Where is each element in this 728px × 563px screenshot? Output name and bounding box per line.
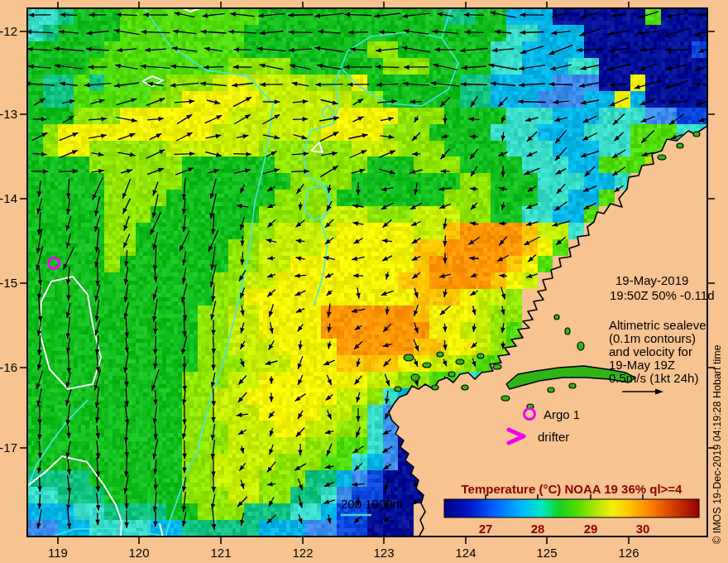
velocity-arrowhead-icon <box>501 118 505 123</box>
velocity-arrowhead-icon <box>288 13 294 18</box>
velocity-arrowhead-icon <box>211 365 216 371</box>
velocity-arrowhead-icon <box>37 294 42 300</box>
velocity-arrowhead-icon <box>212 524 217 530</box>
velocity-arrowhead-icon <box>182 454 187 460</box>
velocity-arrowhead-icon <box>290 64 295 69</box>
velocity-arrowhead-icon <box>182 259 187 265</box>
velocity-arrowhead-icon <box>376 65 381 70</box>
velocity-arrowhead-icon <box>381 186 387 191</box>
velocity-arrowhead-icon <box>352 204 358 209</box>
velocity-arrowhead-icon <box>500 136 505 142</box>
velocity-arrowhead-icon <box>189 99 195 104</box>
velocity-arrowhead-icon <box>275 99 280 104</box>
velocity-arrowhead-icon <box>345 12 351 17</box>
velocity-arrowhead-icon <box>36 248 41 253</box>
velocity-arrowhead-icon <box>240 484 244 489</box>
velocity-arrowhead-icon <box>433 64 439 69</box>
depth-legend-label: 200 1000m <box>341 497 403 511</box>
islet <box>658 155 666 160</box>
velocity-arrowhead-icon <box>609 31 615 36</box>
velocity-arrowhead-icon <box>414 361 418 367</box>
velocity-arrowhead-icon <box>465 30 471 35</box>
velocity-arrowhead-icon <box>443 326 448 332</box>
velocity-arrowhead-icon <box>344 65 350 70</box>
velocity-arrowhead-icon <box>101 134 107 139</box>
velocity-arrowhead-icon <box>577 48 582 53</box>
velocity-arrowhead-icon <box>66 433 71 439</box>
velocity-arrowhead-icon <box>28 65 34 70</box>
velocity-arrowhead-icon <box>211 472 216 478</box>
lat-tick-label: -15 <box>0 276 17 290</box>
velocity-arrowhead-icon <box>389 135 395 140</box>
velocity-arrowhead-icon <box>490 11 496 15</box>
velocity-arrowhead-icon <box>289 48 295 53</box>
velocity-arrowhead-icon <box>41 152 47 156</box>
velocity-arrowhead-icon <box>519 83 524 88</box>
velocity-arrowhead-icon <box>640 48 646 53</box>
velocity-arrowhead-icon <box>297 188 302 194</box>
velocity-arrowhead-icon <box>468 240 474 245</box>
velocity-arrowhead-icon <box>471 101 476 107</box>
lat-tick-label: -14 <box>0 191 17 205</box>
velocity-arrowhead-icon <box>500 310 505 315</box>
velocity-arrowhead-icon <box>665 84 671 89</box>
velocity-arrowhead-icon <box>383 464 389 469</box>
islet <box>577 342 584 350</box>
velocity-arrowhead-icon <box>579 84 585 89</box>
velocity-arrowhead-icon <box>94 262 99 267</box>
velocity-arrowhead-icon <box>98 169 104 174</box>
islet <box>548 387 554 392</box>
velocity-arrowhead-icon <box>352 309 357 314</box>
velocity-arrowhead-icon <box>158 168 164 172</box>
velocity-arrowhead-icon <box>213 169 219 173</box>
velocity-arrowhead-icon <box>612 171 618 176</box>
velocity-arrowhead-icon <box>267 256 273 261</box>
velocity-arrowhead-icon <box>353 221 359 226</box>
velocity-arrowhead-icon <box>298 205 303 210</box>
velocity-arrowhead-icon <box>356 397 360 402</box>
info-line-2: (0.1m contours) <box>609 331 696 345</box>
velocity-arrowhead-icon <box>182 386 187 392</box>
velocity-arrowhead-icon <box>55 64 60 69</box>
velocity-arrowhead-icon <box>94 385 98 391</box>
velocity-arrowhead-icon <box>327 518 332 524</box>
velocity-arrowhead-icon <box>303 152 309 156</box>
velocity-arrowhead-icon <box>186 114 192 119</box>
velocity-arrowhead-icon <box>170 65 176 70</box>
velocity-arrowhead-icon <box>295 256 301 261</box>
velocity-arrowhead-icon <box>37 503 42 509</box>
islet <box>569 383 576 388</box>
velocity-arrowhead-icon <box>124 382 129 387</box>
velocity-arrowhead-icon <box>94 330 98 335</box>
velocity-arrowhead-icon <box>89 65 94 70</box>
velocity-arrowhead-icon <box>499 221 505 226</box>
velocity-arrowhead-icon <box>153 294 157 300</box>
velocity-arrowhead-icon <box>642 152 648 156</box>
velocity-arrowhead-icon <box>519 66 524 71</box>
velocity-arrowhead-icon <box>637 31 643 36</box>
islet <box>501 396 510 401</box>
velocity-arrowhead-icon <box>211 401 216 407</box>
velocity-arrowhead-icon <box>124 522 129 528</box>
velocity-arrowhead-icon <box>414 345 419 351</box>
velocity-arrowhead-icon <box>347 82 353 87</box>
velocity-arrowhead-icon <box>260 82 266 87</box>
islet <box>432 385 438 390</box>
velocity-arrowhead-icon <box>141 64 146 69</box>
velocity-arrowhead-icon <box>132 118 137 123</box>
velocity-arrowhead-icon <box>72 151 78 155</box>
velocity-arrowhead-icon <box>410 99 416 104</box>
velocity-arrowhead-icon <box>443 241 448 247</box>
velocity-arrowhead-icon <box>550 66 556 71</box>
velocity-arrowhead-icon <box>696 102 702 106</box>
velocity-arrowhead-icon <box>152 212 157 218</box>
velocity-arrowhead-icon <box>315 82 321 87</box>
velocity-arrowhead-icon <box>348 30 354 35</box>
velocity-arrowhead-icon <box>211 349 216 354</box>
velocity-arrowhead-icon <box>472 361 476 367</box>
velocity-arrowhead-icon <box>526 274 532 278</box>
velocity-arrowhead-icon <box>471 273 477 277</box>
velocity-arrowhead-icon <box>615 187 620 192</box>
velocity-arrowhead-icon <box>434 47 440 52</box>
velocity-arrowhead-icon <box>98 152 104 156</box>
